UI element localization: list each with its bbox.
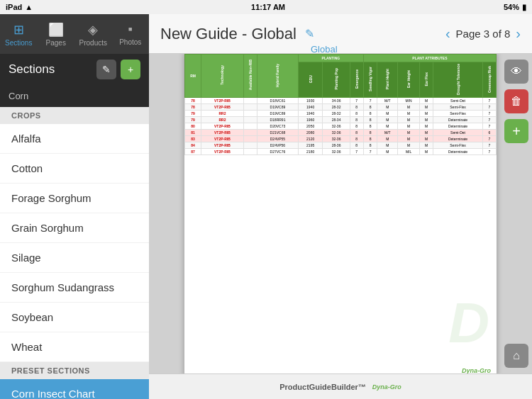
crop-sorghum-sudangrass[interactable]: Sorghum Sudangrass bbox=[0, 273, 149, 303]
doc-title: New Guide - Global bbox=[160, 25, 297, 43]
bottom-logo: Dyna-Gro bbox=[372, 383, 401, 390]
sections-title: Sections bbox=[9, 62, 55, 77]
crop-alfalfa[interactable]: Alfalfa bbox=[0, 124, 149, 154]
home-button[interactable]: ⌂ bbox=[504, 344, 528, 368]
add-section-button[interactable]: + bbox=[121, 60, 140, 79]
brand-logo: Dyna-Gro bbox=[462, 367, 491, 374]
crop-silage[interactable]: Silage bbox=[0, 243, 149, 273]
table-row: 78VT2P-RIBD18VC61193034-3677M/TM/NMSemi-… bbox=[185, 97, 497, 103]
col-drought: Drought Tolerance bbox=[433, 62, 482, 97]
col-emerg: Emergence bbox=[350, 62, 363, 97]
corn-label: Corn bbox=[0, 85, 149, 107]
tab-sections[interactable]: ⊞ Sections bbox=[0, 14, 38, 54]
col-hybrid: Hybrid Family bbox=[257, 54, 299, 97]
col-earh: Ear Height bbox=[398, 62, 419, 97]
pages-icon: ⬜ bbox=[48, 22, 64, 38]
wifi-icon: ▲ bbox=[25, 3, 33, 11]
col-attributes-header: PLANT ATTRIBUTES bbox=[363, 54, 496, 62]
tab-photos[interactable]: ▪ Photos bbox=[112, 14, 150, 54]
table-row: 79RR2D19VC89194028-3288MMMSemi-Flex7 bbox=[185, 110, 497, 116]
pagination: ‹ Page 3 of 8 › bbox=[445, 26, 521, 42]
chart-table: RM Technology Available Non-RIB Hybrid F… bbox=[184, 54, 497, 155]
products-icon: ◈ bbox=[88, 22, 98, 38]
bottom-brand-label: ProductGuideBuilder™ bbox=[279, 383, 366, 391]
col-avail: Available Non-RIB bbox=[243, 54, 257, 97]
page-inner: D RM Technology Available Non-RIB Hybrid… bbox=[184, 54, 497, 373]
eye-button[interactable]: 👁 bbox=[504, 60, 528, 84]
photos-icon: ▪ bbox=[128, 22, 133, 37]
device-label: iPad bbox=[6, 3, 22, 11]
content-area: D RM Technology Available Non-RIB Hybrid… bbox=[149, 54, 532, 373]
table-row: 83VT2P-RIBD24VP55212032-3688MMMDetermina… bbox=[185, 135, 497, 142]
col-earf: Ear Flex bbox=[419, 62, 433, 97]
col-greensnap: Greensnap Risk bbox=[482, 62, 496, 97]
tab-sections-label: Sections bbox=[5, 39, 32, 47]
trash-icon: 🗑 bbox=[511, 95, 522, 108]
crop-soybean[interactable]: Soybean bbox=[0, 303, 149, 332]
crops-section-header: CROPS bbox=[0, 107, 149, 124]
next-page-button[interactable]: › bbox=[516, 26, 521, 42]
sidebar: ⊞ Sections ⬜ Pages ◈ Products ▪ Photos S… bbox=[0, 14, 149, 399]
right-panel: New Guide - Global ✎ Global ‹ Page 3 of … bbox=[149, 14, 532, 399]
page-content: D RM Technology Available Non-RIB Hybrid… bbox=[149, 54, 532, 373]
status-time: 11:17 AM bbox=[251, 3, 285, 11]
table-row: 80VT2P-RIBD20VC73205032-3688MMMDetermina… bbox=[185, 123, 497, 129]
col-pop: Planting Pop bbox=[323, 62, 350, 97]
table-row: 81VT2P-RIBD21VC68208032-3688M/TMMSemi-De… bbox=[185, 129, 497, 135]
table-row: 84VT2P-RIBD24VP56219528-3688MMMSemi-Flex… bbox=[185, 142, 497, 148]
preset-sections-header: PRESET SECTIONS bbox=[0, 362, 149, 379]
tab-products-label: Products bbox=[79, 39, 107, 47]
table-row: 87VT2P-RIBD27VC76218032-3677MM/LMDetermi… bbox=[185, 148, 497, 154]
col-tech: Technology bbox=[201, 54, 244, 97]
sections-header: Sections ✎ + bbox=[0, 54, 149, 85]
tab-photos-label: Photos bbox=[119, 38, 141, 46]
page-brand: Dyna-Gro bbox=[462, 367, 491, 374]
header-actions: ✎ + bbox=[96, 60, 140, 79]
dropdown-menu: CROPS Alfalfa Cotton Forage Sorghum Grai… bbox=[0, 107, 149, 399]
table-row: 79RR2D18RR91196028-3488MMMDeterminate7 bbox=[185, 116, 497, 123]
delete-button[interactable]: 🗑 bbox=[504, 89, 528, 113]
prev-page-button[interactable]: ‹ bbox=[445, 26, 450, 42]
tab-bar: ⊞ Sections ⬜ Pages ◈ Products ▪ Photos bbox=[0, 14, 149, 54]
col-planting-header: PLANTING bbox=[298, 54, 363, 62]
tab-pages-label: Pages bbox=[46, 39, 66, 47]
status-right: 54% ▮ bbox=[504, 3, 526, 12]
crop-forage-sorghum[interactable]: Forage Sorghum bbox=[0, 184, 149, 213]
right-actions: 👁 🗑 + ⌂ bbox=[501, 54, 532, 373]
sections-icon: ⊞ bbox=[13, 22, 24, 38]
tab-products[interactable]: ◈ Products bbox=[74, 14, 112, 54]
page-watermark: D bbox=[448, 291, 489, 356]
battery-icon: ▮ bbox=[522, 3, 526, 12]
page-label: Page 3 of 8 bbox=[456, 28, 511, 40]
table-row: 78VT2P-RIBD19VC89194028-3288MMMSemi-Flex… bbox=[185, 103, 497, 110]
col-planth: Plant Height bbox=[377, 62, 398, 97]
eye-icon: 👁 bbox=[511, 65, 522, 78]
add-button[interactable]: + bbox=[504, 119, 528, 143]
battery-percent: 54% bbox=[504, 3, 519, 11]
status-bar: iPad ▲ 11:17 AM 54% ▮ bbox=[0, 0, 532, 14]
crop-wheat[interactable]: Wheat bbox=[0, 332, 149, 362]
bottom-bar: ProductGuideBuilder™ Dyna-Gro bbox=[149, 373, 532, 399]
doc-subtitle: Global bbox=[311, 44, 338, 55]
app-container: ⊞ Sections ⬜ Pages ◈ Products ▪ Photos S… bbox=[0, 14, 532, 399]
col-seedling: Seedling Vigor bbox=[363, 62, 377, 97]
crop-cotton[interactable]: Cotton bbox=[0, 154, 149, 184]
tab-pages[interactable]: ⬜ Pages bbox=[38, 14, 75, 54]
col-rm: RM bbox=[185, 54, 201, 97]
crop-grain-sorghum[interactable]: Grain Sorghum bbox=[0, 213, 149, 243]
doc-edit-icon[interactable]: ✎ bbox=[305, 27, 314, 40]
preset-corn-insect-chart[interactable]: Corn Insect Chart bbox=[0, 379, 149, 399]
home-icon: ⌂ bbox=[513, 349, 520, 362]
status-left: iPad ▲ bbox=[6, 3, 33, 11]
top-bar: New Guide - Global ✎ Global ‹ Page 3 of … bbox=[149, 14, 532, 54]
add-icon: + bbox=[512, 123, 521, 140]
col-gdu: GDU bbox=[298, 62, 323, 97]
edit-button[interactable]: ✎ bbox=[96, 60, 116, 79]
